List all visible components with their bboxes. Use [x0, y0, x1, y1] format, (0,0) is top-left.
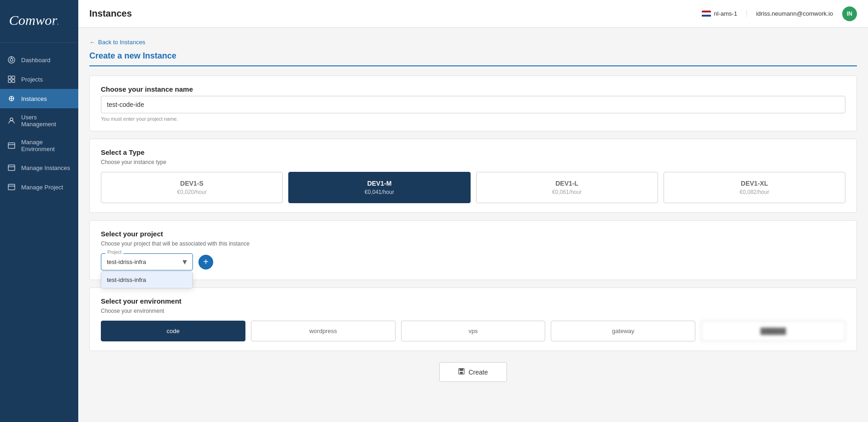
back-arrow-icon: ← — [89, 39, 95, 46]
flag-icon — [702, 11, 711, 17]
users-icon — [7, 117, 16, 125]
type-card-dev1-s[interactable]: DEV1-S €0,020/hour — [101, 172, 283, 203]
svg-rect-13 — [8, 143, 15, 148]
project-section-title: Select your project — [101, 230, 845, 238]
region-badge: nl-ams-1 — [702, 10, 747, 17]
type-card-name-dev1-s: DEV1-S — [109, 180, 275, 187]
type-card-name-dev1-l: DEV1-L — [484, 180, 650, 187]
project-select-wrapper: Project test-idriss-infra ▼ test-idriss-… — [101, 253, 193, 270]
sidebar-item-label-dashboard: Dashboard — [21, 57, 51, 64]
environment-icon — [7, 141, 16, 150]
header-right: nl-ams-1 idriss.neumann@comwork.io IN — [702, 6, 857, 21]
add-project-button[interactable]: + — [198, 255, 213, 270]
avatar: IN — [842, 6, 857, 21]
back-link[interactable]: ← Back to Instances — [89, 39, 857, 46]
name-section-title: Choose your instance name — [101, 85, 845, 93]
sidebar-item-manage-environment[interactable]: Manage Environment — [0, 133, 78, 158]
svg-point-3 — [10, 59, 13, 61]
svg-rect-21 — [460, 372, 463, 374]
type-card-price-dev1-xl: €0,082/hour — [671, 189, 838, 195]
env-card-vps[interactable]: vps — [401, 321, 546, 341]
sidebar-item-label-projects: Projects — [21, 76, 43, 83]
svg-rect-20 — [460, 369, 463, 371]
projects-icon — [7, 75, 16, 83]
instances-icon — [7, 94, 16, 103]
plus-icon: + — [203, 257, 209, 267]
sidebar-item-label-instances: Instances — [21, 95, 47, 102]
type-section: Select a Type Choose your instance type … — [89, 139, 857, 213]
sidebar-item-dashboard[interactable]: Dashboard — [0, 50, 78, 70]
sidebar-item-label-manage-instances: Manage Instances — [21, 164, 70, 171]
page-subtitle: Create a new Instance — [89, 51, 857, 66]
svg-point-1 — [52, 23, 54, 25]
type-card-name-dev1-xl: DEV1-XL — [671, 180, 838, 187]
instance-name-input[interactable] — [101, 96, 845, 113]
content-area: ← Back to Instances Create a new Instanc… — [78, 28, 868, 422]
header: Instances nl-ams-1 idriss.neumann@comwor… — [78, 0, 868, 28]
sidebar-item-manage-project[interactable]: Manage Project — [0, 177, 78, 197]
svg-rect-6 — [12, 76, 15, 79]
type-card-dev1-xl[interactable]: DEV1-XL €0,082/hour — [664, 172, 845, 203]
back-link-label: Back to Instances — [98, 39, 146, 46]
svg-point-12 — [10, 118, 13, 121]
sidebar-item-projects[interactable]: Projects — [0, 70, 78, 89]
type-card-price-dev1-m: €0,041/hour — [296, 189, 462, 195]
sidebar-nav: Dashboard Projects Instan — [0, 43, 78, 422]
project-section-subtitle: Choose your project that will be associa… — [101, 240, 845, 247]
project-select-label: Project — [105, 250, 123, 255]
sidebar-item-instances[interactable]: Instances — [0, 89, 78, 108]
sidebar-item-label-users: Users Management — [21, 114, 71, 128]
project-section: Select your project Choose your project … — [89, 220, 857, 280]
project-dropdown-popup: test-idriss-infra — [101, 271, 193, 288]
type-card-price-dev1-l: €0,061/hour — [484, 189, 650, 195]
sidebar-item-label-manage-environment: Manage Environment — [21, 139, 71, 152]
type-card-dev1-m[interactable]: DEV1-M €0,041/hour — [288, 172, 470, 203]
svg-rect-17 — [8, 184, 15, 190]
region-label: nl-ams-1 — [714, 10, 737, 17]
manage-instances-icon — [7, 164, 16, 172]
env-card-gateway[interactable]: gateway — [551, 321, 695, 341]
project-select[interactable]: test-idriss-infra — [101, 253, 193, 270]
type-card-name-dev1-m: DEV1-M — [296, 180, 462, 187]
env-card-label-wordpress: wordpress — [309, 328, 337, 334]
name-section: Choose your instance name You must enter… — [89, 76, 857, 131]
svg-rect-7 — [8, 80, 11, 82]
save-icon — [458, 368, 465, 376]
env-card-label-blurred: ██████ — [760, 328, 786, 334]
project-row: Project test-idriss-infra ▼ test-idriss-… — [101, 253, 845, 270]
manage-project-icon — [7, 183, 16, 191]
sidebar-item-label-manage-project: Manage Project — [21, 184, 63, 191]
create-row: Create — [89, 362, 857, 382]
env-cards: code wordpress vps gateway ██████ — [101, 321, 845, 341]
type-cards: DEV1-S €0,020/hour DEV1-M €0,041/hour DE… — [101, 172, 845, 203]
env-card-code[interactable]: code — [101, 321, 245, 341]
environment-section-title: Select your environment — [101, 297, 845, 305]
page-title: Instances — [89, 8, 132, 19]
type-card-dev1-l[interactable]: DEV1-L €0,061/hour — [476, 172, 658, 203]
sidebar-item-users-management[interactable]: Users Management — [0, 108, 78, 133]
dropdown-option-test-idriss-infra[interactable]: test-idriss-infra — [101, 272, 192, 288]
svg-text:Comwork: Comwork — [9, 12, 58, 28]
create-button-label: Create — [468, 369, 488, 376]
type-section-subtitle: Choose your instance type — [101, 159, 845, 165]
env-card-wordpress[interactable]: wordpress — [251, 321, 396, 341]
sidebar: Comwork Dashboard — [0, 0, 78, 422]
svg-rect-5 — [8, 76, 11, 79]
create-button[interactable]: Create — [439, 362, 507, 382]
env-card-label-vps: vps — [468, 328, 478, 334]
name-hint: You must enter your project name. — [101, 116, 845, 122]
environment-section: Select your environment Choose your envi… — [89, 287, 857, 351]
type-card-price-dev1-s: €0,020/hour — [109, 189, 275, 195]
environment-section-subtitle: Choose your environment — [101, 308, 845, 314]
type-section-title: Select a Type — [101, 148, 845, 156]
svg-rect-15 — [8, 165, 15, 170]
dashboard-icon — [7, 56, 16, 64]
main-content: Instances nl-ams-1 idriss.neumann@comwor… — [78, 0, 868, 422]
env-card-label-gateway: gateway — [612, 328, 634, 334]
sidebar-item-manage-instances[interactable]: Manage Instances — [0, 158, 78, 177]
env-card-label-code: code — [167, 328, 180, 334]
env-card-blurred: ██████ — [701, 321, 845, 341]
logo: Comwork — [0, 0, 78, 43]
user-email: idriss.neumann@comwork.io — [756, 10, 833, 17]
svg-rect-8 — [12, 80, 15, 82]
